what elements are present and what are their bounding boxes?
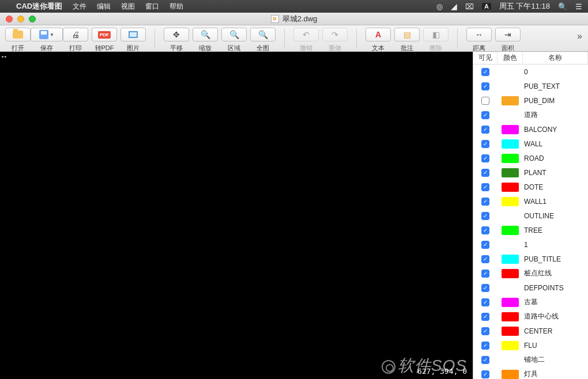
layer-row[interactable]: ✓1 [473, 237, 588, 252]
window-zoom-button[interactable] [29, 16, 36, 22]
layer-color-swatch[interactable] [502, 96, 519, 105]
layer-visibility-checkbox[interactable]: ✓ [481, 82, 489, 90]
layers-header: 可见 颜色 名称 [473, 52, 588, 65]
layer-visibility-checkbox[interactable]: ✓ [481, 270, 489, 278]
layer-row[interactable]: ✓道路 [473, 108, 588, 122]
menu-view[interactable]: 视图 [121, 2, 135, 12]
layer-visibility-checkbox[interactable]: ✓ [481, 370, 489, 378]
pan-button[interactable]: ✥ 平移 [162, 28, 191, 52]
layer-color-swatch[interactable] [502, 168, 519, 177]
layer-visibility-checkbox[interactable]: ✓ [481, 255, 489, 263]
layer-visibility-checkbox[interactable]: ✓ [481, 183, 489, 191]
layer-visibility-checkbox[interactable]: ✓ [481, 298, 489, 306]
clock[interactable]: 周五 下午11:18 [499, 1, 550, 12]
layer-row[interactable]: ✓灯具 [473, 367, 588, 379]
menu-file[interactable]: 文件 [73, 2, 86, 12]
annotate-button[interactable]: ▤ 批注 [393, 28, 421, 52]
layer-visibility-checkbox[interactable]: ✓ [481, 154, 489, 162]
layer-color-swatch[interactable] [502, 255, 519, 264]
separator [154, 29, 155, 48]
layer-row[interactable]: ✓TREE [473, 223, 588, 237]
layer-color-swatch[interactable] [502, 125, 519, 134]
zoom-region-button[interactable]: 🔍 区域 [220, 28, 248, 52]
layer-name: 桩点红线 [523, 268, 588, 278]
layer-visibility-checkbox[interactable]: ✓ [481, 284, 489, 292]
layer-color-swatch[interactable] [502, 197, 519, 206]
input-method-badge[interactable]: A [482, 3, 491, 10]
menu-list-icon[interactable]: ☰ [575, 2, 582, 11]
layer-row[interactable]: ✓PLANT [473, 165, 588, 180]
layer-row[interactable]: ✓WALL1 [473, 194, 588, 209]
layer-color-swatch[interactable] [502, 327, 519, 336]
layer-color-swatch[interactable] [502, 269, 519, 278]
zoom-button[interactable]: 🔍 缩放 [191, 28, 220, 52]
layers-list[interactable]: ✓0✓PUB_TEXTPUB_DIM✓道路✓BALCONY✓WALL✓ROAD✓… [473, 65, 588, 379]
layer-row[interactable]: ✓PUB_TITLE [473, 252, 588, 266]
layer-visibility-checkbox[interactable]: ✓ [481, 198, 489, 206]
layer-color-swatch[interactable] [502, 154, 519, 163]
layer-row[interactable]: ✓铺地二 [473, 353, 588, 367]
layer-color-swatch[interactable] [502, 226, 519, 235]
spotlight-icon[interactable]: 🔍 [558, 2, 567, 11]
layer-visibility-checkbox[interactable]: ✓ [481, 313, 489, 321]
layer-visibility-checkbox[interactable]: ✓ [481, 126, 489, 134]
layer-row[interactable]: ✓古墓 [473, 295, 588, 309]
measure-distance-button[interactable]: ↔ 距离 [465, 28, 493, 52]
layer-color-swatch[interactable] [502, 370, 519, 379]
column-header-color[interactable]: 颜色 [497, 52, 523, 64]
export-pdf-button[interactable]: PDF 转PDF [90, 28, 119, 52]
save-button[interactable]: ▼ 保存 [32, 28, 61, 52]
layer-visibility-checkbox[interactable] [481, 97, 489, 105]
text-button[interactable]: A 文本 [364, 28, 393, 52]
zoom-fit-button[interactable]: 🔍 全图 [248, 28, 277, 52]
column-header-visible[interactable]: 可见 [473, 52, 497, 64]
menu-window[interactable]: 窗口 [145, 2, 159, 12]
layer-row[interactable]: ✓WALL [473, 137, 588, 151]
layer-color-swatch[interactable] [502, 341, 519, 350]
creative-cloud-icon[interactable]: ◎ [436, 2, 443, 11]
layer-visibility-checkbox[interactable]: ✓ [481, 241, 489, 249]
layer-visibility-checkbox[interactable]: ✓ [481, 226, 489, 234]
app-name[interactable]: CAD迷你看图 [16, 1, 62, 12]
print-button[interactable]: 🖨 打印 [61, 28, 90, 52]
column-header-name[interactable]: 名称 [523, 52, 588, 64]
layer-row[interactable]: PUB_DIM [473, 93, 588, 108]
layer-row[interactable]: ✓道路中心线 [473, 309, 588, 324]
layer-row[interactable]: ✓DOTE [473, 180, 588, 194]
layer-visibility-checkbox[interactable]: ✓ [481, 140, 489, 148]
screen-mirror-icon[interactable]: ⌧ [465, 2, 474, 11]
measure-area-button[interactable]: ⇥ 面积 [493, 28, 522, 52]
layer-color-swatch[interactable] [502, 312, 519, 321]
layer-row[interactable]: ✓DEFPOINTS [473, 281, 588, 295]
layer-row[interactable]: ✓ROAD [473, 151, 588, 165]
layer-visibility-checkbox[interactable]: ✓ [481, 327, 489, 335]
layer-color-swatch[interactable] [502, 139, 519, 149]
menu-help[interactable]: 帮助 [169, 2, 183, 12]
layer-row[interactable]: ✓OUTLINE [473, 209, 588, 223]
layer-row[interactable]: ✓BALCONY [473, 122, 588, 137]
layer-color-swatch[interactable] [502, 183, 519, 192]
undo-button[interactable]: ↶ 撤销 [292, 28, 321, 52]
layer-row[interactable]: ✓0 [473, 65, 588, 79]
layer-row[interactable]: ✓桩点红线 [473, 266, 588, 281]
layer-visibility-checkbox[interactable]: ✓ [481, 356, 489, 364]
window-close-button[interactable] [6, 16, 13, 22]
open-button[interactable]: 打开 [3, 28, 32, 52]
drawing-canvas[interactable]: ↔ 627, 394, 0 软件SOS [0, 52, 473, 379]
layer-row[interactable]: ✓FLU [473, 338, 588, 353]
layer-visibility-checkbox[interactable]: ✓ [481, 111, 489, 119]
erase-button[interactable]: ◧ 擦除 [421, 28, 450, 52]
layer-visibility-checkbox[interactable]: ✓ [481, 169, 489, 177]
menu-edit[interactable]: 编辑 [97, 2, 111, 12]
toolbar-overflow-icon[interactable]: » [577, 28, 585, 41]
layer-color-swatch[interactable] [502, 298, 519, 307]
layer-row[interactable]: ✓PUB_TEXT [473, 79, 588, 93]
redo-button[interactable]: ↷ 重做 [321, 28, 349, 52]
layer-visibility-checkbox[interactable]: ✓ [481, 342, 489, 350]
window-minimize-button[interactable] [17, 16, 24, 22]
layer-visibility-checkbox[interactable]: ✓ [481, 212, 489, 220]
notification-icon[interactable]: ◢ [451, 2, 457, 11]
layer-row[interactable]: ✓CENTER [473, 324, 588, 338]
layer-visibility-checkbox[interactable]: ✓ [481, 68, 489, 76]
export-image-button[interactable]: 图片 [119, 28, 148, 52]
